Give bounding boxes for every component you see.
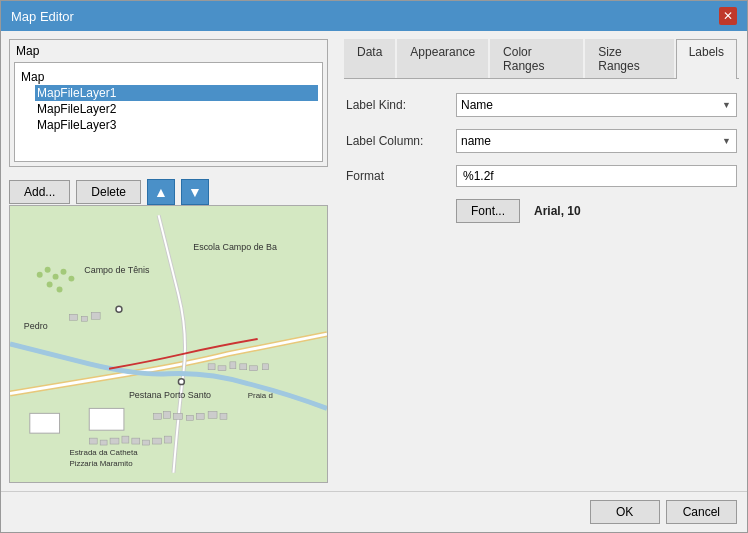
label-column-select-wrapper: name id type [456, 129, 737, 153]
svg-rect-26 [165, 436, 172, 443]
dialog-footer: OK Cancel [1, 491, 747, 532]
tree-root: Map MapFileLayer1 MapFileLayer2 MapFileL… [19, 67, 318, 135]
svg-rect-16 [196, 413, 204, 419]
list-item[interactable]: MapFileLayer1 [35, 85, 318, 101]
layer-button-row: Add... Delete ▲ ▼ [9, 179, 328, 205]
label-kind-select-wrapper: Name Value None [456, 93, 737, 117]
title-bar: Map Editor ✕ [1, 1, 747, 31]
cancel-button[interactable]: Cancel [666, 500, 737, 524]
label-kind-row: Label Kind: Name Value None [346, 93, 737, 117]
label-column-select[interactable]: name id type [456, 129, 737, 153]
labels-tab-content: Label Kind: Name Value None Label Co [344, 89, 739, 483]
svg-rect-2 [81, 316, 87, 321]
tab-bar: Data Appearance Color Ranges Size Ranges… [344, 39, 739, 79]
tab-color-ranges[interactable]: Color Ranges [490, 39, 583, 78]
ok-button[interactable]: OK [590, 500, 660, 524]
group-title: Map [14, 44, 323, 58]
svg-text:Escola Campo de Ba: Escola Campo de Ba [193, 242, 277, 252]
format-control [456, 165, 737, 187]
map-editor-dialog: Map Editor ✕ Map Map MapFileLayer1 MapFi… [0, 0, 748, 533]
svg-point-33 [57, 287, 63, 293]
format-label: Format [346, 169, 456, 183]
label-column-label: Label Column: [346, 134, 456, 148]
svg-rect-13 [164, 411, 171, 418]
move-up-button[interactable]: ▲ [147, 179, 175, 205]
svg-point-29 [53, 274, 59, 280]
font-button[interactable]: Font... [456, 199, 520, 223]
svg-rect-22 [122, 436, 129, 443]
svg-rect-3 [91, 312, 100, 319]
label-kind-label: Label Kind: [346, 98, 456, 112]
dialog-title: Map Editor [11, 9, 74, 24]
move-down-button[interactable]: ▼ [181, 179, 209, 205]
svg-rect-19 [89, 438, 97, 444]
tree-root-item[interactable]: Map [19, 69, 318, 85]
tab-appearance[interactable]: Appearance [397, 39, 488, 78]
font-display: Arial, 10 [534, 204, 581, 218]
tab-labels[interactable]: Labels [676, 39, 737, 79]
svg-rect-10 [30, 413, 60, 433]
map-group: Map Map MapFileLayer1 MapFileLayer2 MapF… [9, 39, 328, 167]
svg-text:Praia d: Praia d [248, 391, 273, 400]
svg-text:Pedro: Pedro [24, 321, 48, 331]
svg-rect-5 [218, 366, 226, 371]
svg-rect-11 [89, 408, 124, 430]
svg-point-28 [45, 267, 51, 273]
svg-rect-15 [186, 415, 193, 420]
add-button[interactable]: Add... [9, 180, 70, 204]
svg-point-31 [68, 276, 74, 282]
format-row: Format [346, 165, 737, 187]
svg-rect-21 [110, 438, 119, 444]
svg-rect-8 [250, 366, 258, 371]
label-column-row: Label Column: name id type [346, 129, 737, 153]
tab-data[interactable]: Data [344, 39, 395, 78]
svg-rect-25 [153, 438, 162, 444]
svg-point-41 [116, 306, 122, 312]
svg-point-32 [47, 282, 53, 288]
svg-rect-17 [208, 411, 217, 418]
font-control: Font... Arial, 10 [456, 199, 737, 223]
svg-point-42 [178, 379, 184, 385]
svg-rect-23 [132, 438, 140, 444]
svg-rect-14 [173, 413, 182, 419]
svg-point-27 [37, 272, 43, 278]
svg-rect-12 [154, 413, 162, 419]
svg-rect-6 [230, 362, 236, 369]
svg-rect-1 [69, 314, 77, 320]
svg-rect-18 [220, 413, 227, 419]
svg-rect-9 [263, 364, 269, 370]
svg-text:Campo de Tênis: Campo de Tênis [84, 265, 150, 275]
svg-rect-20 [100, 440, 107, 445]
tree-children: MapFileLayer1 MapFileLayer2 MapFileLayer… [19, 85, 318, 133]
svg-text:Pestana Porto Santo: Pestana Porto Santo [129, 390, 211, 400]
tab-size-ranges[interactable]: Size Ranges [585, 39, 673, 78]
list-item[interactable]: MapFileLayer3 [35, 117, 318, 133]
svg-point-30 [61, 269, 67, 275]
dialog-body: Map Map MapFileLayer1 MapFileLayer2 MapF… [1, 31, 747, 491]
svg-text:Estrada da Catheta: Estrada da Catheta [69, 448, 138, 457]
delete-button[interactable]: Delete [76, 180, 141, 204]
label-column-control: name id type [456, 129, 737, 153]
svg-rect-24 [143, 440, 150, 445]
label-kind-control: Name Value None [456, 93, 737, 117]
layer-tree[interactable]: Map MapFileLayer1 MapFileLayer2 MapFileL… [14, 62, 323, 162]
svg-rect-4 [208, 364, 215, 370]
label-kind-select[interactable]: Name Value None [456, 93, 737, 117]
svg-rect-7 [240, 364, 247, 370]
svg-text:Pizzaria Maramito: Pizzaria Maramito [69, 459, 133, 468]
right-panel: Data Appearance Color Ranges Size Ranges… [336, 31, 747, 491]
left-panel: Map Map MapFileLayer1 MapFileLayer2 MapF… [1, 31, 336, 491]
close-icon: ✕ [723, 9, 733, 23]
map-preview: Escola Campo de Ba Campo de Tênis Pedro … [9, 205, 328, 483]
list-item[interactable]: MapFileLayer2 [35, 101, 318, 117]
close-button[interactable]: ✕ [719, 7, 737, 25]
format-input[interactable] [456, 165, 737, 187]
font-row: Font... Arial, 10 [346, 199, 737, 223]
map-canvas: Escola Campo de Ba Campo de Tênis Pedro … [10, 206, 327, 482]
